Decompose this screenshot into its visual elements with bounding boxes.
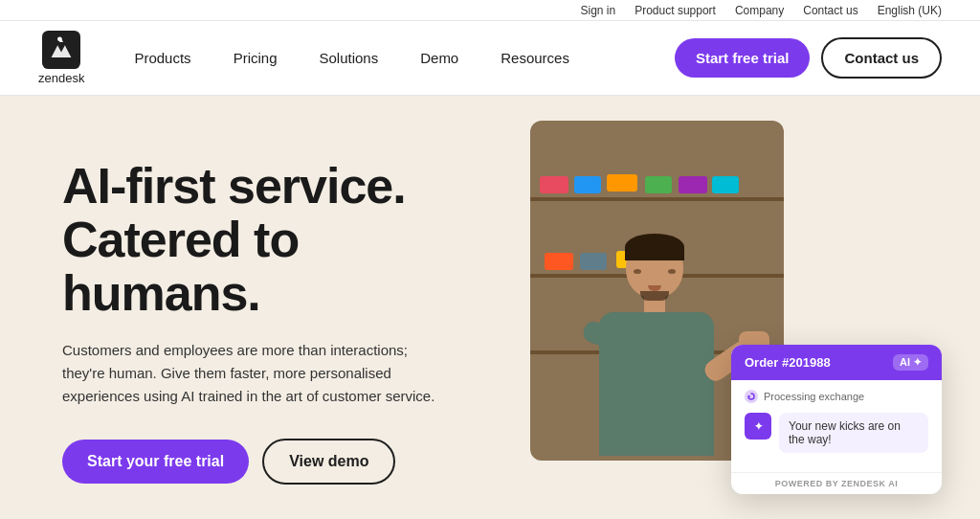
svg-rect-1 bbox=[57, 36, 62, 41]
person-eye-right bbox=[668, 269, 676, 274]
order-label: Order #201988 bbox=[745, 355, 831, 370]
signin-link[interactable]: Sign in bbox=[580, 4, 615, 17]
hero-image-area: Order #201988 AI ✦ Processing exchange ✦ bbox=[530, 121, 942, 519]
nav-resources[interactable]: Resources bbox=[479, 50, 590, 66]
processing-dot bbox=[745, 390, 758, 403]
ui-card-overlay: Order #201988 AI ✦ Processing exchange ✦ bbox=[731, 345, 942, 494]
nav-demo[interactable]: Demo bbox=[399, 50, 479, 66]
main-nav: zendesk Products Pricing Solutions Demo … bbox=[0, 21, 980, 96]
shelf-item bbox=[580, 253, 607, 270]
company-link[interactable]: Company bbox=[735, 4, 784, 17]
shelf-item bbox=[545, 253, 573, 270]
hero-view-demo-button[interactable]: View demo bbox=[262, 439, 395, 485]
svg-marker-2 bbox=[748, 395, 751, 398]
shelf-item bbox=[679, 176, 707, 193]
contact-us-utility-link[interactable]: Contact us bbox=[803, 4, 858, 17]
ai-badge: AI ✦ bbox=[893, 354, 928, 371]
refresh-icon bbox=[747, 393, 755, 400]
person-beard bbox=[640, 291, 669, 301]
person-hair bbox=[625, 234, 684, 260]
card-footer: POWERED BY ZENDESK AI bbox=[731, 472, 942, 494]
message-text: Your new kicks are on the way! bbox=[789, 419, 901, 446]
hero-section: AI-first service. Catered to humans. Cus… bbox=[0, 96, 980, 519]
card-message: ✦ Your new kicks are on the way! bbox=[745, 413, 928, 453]
nav-links: Products Pricing Solutions Demo Resource… bbox=[113, 50, 675, 66]
processing-text: Processing exchange bbox=[764, 391, 864, 402]
hero-buttons: Start your free trial View demo bbox=[62, 439, 492, 485]
person-eye-left bbox=[634, 269, 641, 274]
message-bubble: Your new kicks are on the way! bbox=[779, 413, 928, 453]
powered-by-text: POWERED BY ZENDESK AI bbox=[775, 479, 899, 488]
shelf-item bbox=[540, 176, 568, 193]
shelf-item bbox=[645, 176, 672, 193]
hero-start-trial-button[interactable]: Start your free trial bbox=[62, 440, 249, 484]
shelf-item bbox=[574, 176, 601, 193]
processing-row: Processing exchange bbox=[745, 390, 928, 403]
start-free-trial-button[interactable]: Start free trial bbox=[675, 38, 811, 78]
shelf-row-1 bbox=[530, 197, 784, 201]
card-header: Order #201988 AI ✦ bbox=[731, 345, 942, 380]
shelf-item bbox=[607, 174, 637, 192]
zendesk-logo-icon bbox=[42, 31, 80, 69]
nav-cta-area: Start free trial Contact us bbox=[675, 37, 942, 79]
nav-products[interactable]: Products bbox=[113, 50, 212, 66]
hero-headline: AI-first service. Catered to humans. bbox=[62, 159, 492, 320]
hero-subtext: Customers and employees are more than in… bbox=[62, 339, 445, 408]
nav-solutions[interactable]: Solutions bbox=[298, 50, 399, 66]
utility-bar: Sign in Product support Company Contact … bbox=[0, 0, 980, 21]
logo[interactable]: zendesk bbox=[38, 31, 84, 85]
product-support-link[interactable]: Product support bbox=[635, 4, 716, 17]
card-body: Processing exchange ✦ Your new kicks are… bbox=[731, 380, 942, 472]
avatar-icon: ✦ bbox=[754, 420, 763, 433]
contact-us-nav-button[interactable]: Contact us bbox=[821, 37, 942, 79]
message-avatar: ✦ bbox=[745, 413, 771, 440]
language-selector[interactable]: English (UK) bbox=[878, 4, 942, 17]
hero-content-left: AI-first service. Catered to humans. Cus… bbox=[62, 159, 511, 485]
logo-text: zendesk bbox=[38, 71, 84, 85]
shelf-item bbox=[712, 176, 739, 193]
nav-pricing[interactable]: Pricing bbox=[212, 50, 299, 66]
